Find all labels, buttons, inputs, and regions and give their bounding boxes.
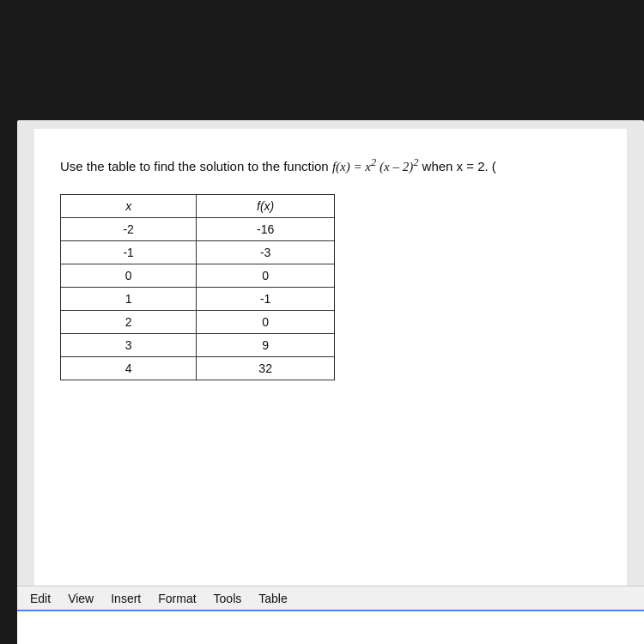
menu-insert[interactable]: Insert [111,592,141,605]
document-area: Use the table to find the solution to th… [17,120,644,644]
bottom-input-area[interactable] [17,610,644,644]
table-row: 00 [61,264,335,287]
data-table: x f(x) -2-16-1-3001-12039432 [60,194,335,380]
menu-format[interactable]: Format [158,592,196,605]
col-header-x: x [61,194,197,217]
table-row: 20 [61,310,335,333]
table-cell-x: -1 [61,240,197,264]
question-text: Use the table to find the solution to th… [60,155,601,177]
menu-view[interactable]: View [68,592,94,605]
table-cell-fx: 32 [197,356,335,380]
table-cell-x: -2 [61,217,197,240]
table-row: -1-3 [61,240,335,264]
table-container: x f(x) -2-16-1-3001-12039432 [60,194,601,380]
col-header-fx: f(x) [197,194,335,217]
page: Use the table to find the solution to th… [34,129,627,644]
toolbar-area: Edit View Insert Format Tools Table 12pt… [17,586,644,644]
table-cell-x: 4 [61,356,197,380]
table-row: -2-16 [61,217,335,240]
table-cell-fx: -16 [197,217,335,240]
table-cell-x: 3 [61,333,197,356]
table-cell-x: 2 [61,310,197,333]
menu-edit[interactable]: Edit [30,592,51,605]
table-row: 1-1 [61,287,335,310]
table-cell-fx: 0 [197,264,335,287]
table-cell-fx: -1 [197,287,335,310]
table-cell-x: 0 [61,264,197,287]
menu-bar: Edit View Insert Format Tools Table [17,586,644,611]
table-cell-fx: 9 [197,333,335,356]
menu-tools[interactable]: Tools [214,592,242,605]
table-row: 39 [61,333,335,356]
menu-table[interactable]: Table [258,592,287,605]
table-cell-x: 1 [61,287,197,310]
table-row: 432 [61,356,335,380]
table-cell-fx: -3 [197,240,335,264]
table-cell-fx: 0 [197,310,335,333]
